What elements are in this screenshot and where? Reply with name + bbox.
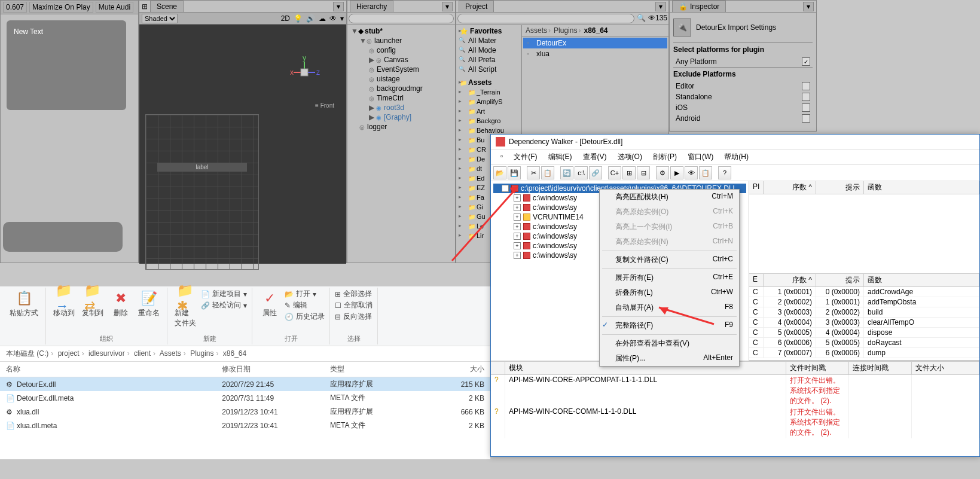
panel-menu-icon[interactable]: ▾ <box>333 2 344 11</box>
col-fn[interactable]: 函数 <box>864 274 979 286</box>
assets-header[interactable]: Assets <box>457 78 520 87</box>
orientation-gizmo[interactable]: yxz <box>286 54 322 90</box>
paste-dropdown[interactable]: 📋粘贴方式 <box>7 289 41 343</box>
light-icon[interactable]: 💡 <box>294 14 303 23</box>
selectnone-button[interactable]: ☐ 全部取消 <box>335 300 373 310</box>
dw-module-row[interactable]: ?API-MS-WIN-CORE-APPCOMPAT-L1-1-1.DLL打开文… <box>491 375 979 407</box>
col-hint[interactable]: 提示 <box>816 181 864 194</box>
context-menu-item[interactable]: 自动展开(A)F8 <box>600 300 739 315</box>
history-button[interactable]: 🕘 历史记录 <box>285 312 325 322</box>
any-platform-checkbox[interactable]: ✓ <box>802 57 810 66</box>
col-ord[interactable]: 序数 ^ <box>764 274 816 286</box>
properties-button[interactable]: ✓属性 <box>257 289 282 333</box>
tb-icon[interactable]: C+ <box>608 166 621 179</box>
tb-icon[interactable]: 👁 <box>685 166 698 179</box>
context-menu-item[interactable]: 展开所有(E)Ctrl+E <box>600 270 739 285</box>
dw-function-row[interactable]: C6 (0x0006)5 (0x0005)doRaycast <box>749 338 979 348</box>
context-menu-item[interactable]: 在外部查看器中查看(V) <box>600 336 739 351</box>
mode-2d-toggle[interactable]: 2D <box>281 14 290 23</box>
moveto-button[interactable]: 📁→移动到 <box>51 289 77 333</box>
rename-button[interactable]: 📝重命名 <box>136 289 162 333</box>
help-icon[interactable]: ? <box>718 166 731 179</box>
open-button[interactable]: 📂 打开 ▾ <box>285 289 325 299</box>
asset-folder-item[interactable]: Backgro <box>457 116 520 126</box>
project-file-item[interactable]: xlua <box>523 48 667 59</box>
explorer-address-bar[interactable]: 本地磁盘 (C:)› project› idlesurvivor› client… <box>0 346 490 362</box>
col-fn[interactable]: 函数 <box>864 181 979 194</box>
col-type[interactable]: 类型 <box>324 362 424 377</box>
fav-item[interactable]: All Script <box>457 65 520 74</box>
tb-icon[interactable]: 🔗 <box>589 166 602 179</box>
dw-function-row[interactable]: C7 (0x0007)6 (0x0006)dump <box>749 348 979 358</box>
panel-menu-icon[interactable]: ▾ <box>803 2 814 11</box>
copyto-button[interactable]: 📁⇄复制到 <box>80 289 106 333</box>
menu-edit[interactable]: 编辑(E) <box>544 151 577 163</box>
asset-folder-item[interactable]: _Terrain <box>457 87 520 97</box>
tb-icon[interactable]: 📋 <box>699 166 712 179</box>
explorer-file-row[interactable]: 📄DetourEx.dll.meta2020/7/31 11:49META 文件… <box>0 391 490 405</box>
hierarchy-item[interactable]: ▶Canvas <box>349 55 454 65</box>
dw-function-row[interactable]: C2 (0x0002)1 (0x0001)addTempObsta <box>749 297 979 307</box>
context-menu-item[interactable]: 高亮匹配模块(H)Ctrl+M <box>600 190 739 205</box>
col-filets[interactable]: 文件时间戳 <box>786 362 849 374</box>
hierarchy-item[interactable]: TimeCtrl <box>349 93 454 103</box>
panel-menu-icon[interactable]: ▾ <box>442 2 453 11</box>
asset-folder-item[interactable]: AmplifyS <box>457 97 520 106</box>
fav-item[interactable]: All Mode <box>457 45 520 55</box>
menu-profile[interactable]: 剖析(P) <box>648 151 682 163</box>
copy-icon[interactable]: 📋 <box>541 166 554 179</box>
tb-icon[interactable]: c:\ <box>575 166 588 179</box>
hierarchy-item[interactable]: uistage <box>349 74 454 84</box>
shading-dropdown[interactable]: Shaded <box>142 14 178 23</box>
eye-icon[interactable]: 👁 <box>329 14 337 23</box>
explorer-file-row[interactable]: 📄xlua.dll.meta2019/12/23 10:41META 文件2 K… <box>0 419 490 432</box>
explorer-file-row[interactable]: ⚙DetourEx.dll2020/7/29 21:45应用程序扩展215 KB <box>0 377 490 392</box>
audio-icon[interactable]: 🔊 <box>306 14 315 23</box>
gizmo-dropdown-icon[interactable]: ▾ <box>340 14 344 23</box>
hierarchy-item[interactable]: ▼launcher <box>349 36 454 45</box>
inspector-tab[interactable]: 🔒 Inspector <box>672 1 726 13</box>
context-menu-item[interactable]: 折叠所有(L)Ctrl+W <box>600 285 739 300</box>
menu-options[interactable]: 选项(O) <box>613 151 647 163</box>
tb-icon[interactable]: ⊞ <box>622 166 636 179</box>
newitem-button[interactable]: 📄 新建项目 ▾ <box>201 289 247 299</box>
filter-icon[interactable]: 🔍 <box>637 14 646 23</box>
project-file-item[interactable]: DetourEx <box>523 38 667 48</box>
col-size[interactable]: 文件大小 <box>912 362 979 374</box>
hierarchy-item[interactable]: config <box>349 45 454 55</box>
hierarchy-item[interactable]: EventSystem <box>349 65 454 74</box>
col-name[interactable]: 名称 <box>0 362 216 377</box>
project-breadcrumb[interactable]: Assets› Plugins› x86_64 <box>522 25 668 36</box>
standalone-checkbox[interactable] <box>802 93 810 101</box>
cut-icon[interactable]: ✂ <box>527 166 540 179</box>
context-menu-item[interactable]: 复制文件路径(C)Ctrl+C <box>600 252 739 267</box>
dw-function-row[interactable]: C5 (0x0005)4 (0x0004)dispose <box>749 328 979 338</box>
fav-item[interactable]: All Mater <box>457 36 520 45</box>
easyaccess-button[interactable]: 🔗 轻松访问 ▾ <box>201 300 247 310</box>
col-e[interactable]: E <box>749 274 764 286</box>
editor-checkbox[interactable] <box>802 82 810 90</box>
col-ord[interactable]: 序数 ^ <box>764 181 816 194</box>
hierarchy-item[interactable]: ▶root3d <box>349 103 454 112</box>
menu-window[interactable]: 窗口(W) <box>683 151 718 163</box>
hierarchy-item[interactable]: logger <box>349 122 454 132</box>
explorer-file-row[interactable]: ⚙xlua.dll2019/12/23 10:41应用程序扩展666 KB <box>0 405 490 419</box>
save-icon[interactable]: 💾 <box>508 166 521 179</box>
context-menu-item[interactable]: 属性(P)...Alt+Enter <box>600 351 739 366</box>
newfolder-button[interactable]: 📁✱新建 文件夹 <box>172 289 199 333</box>
delete-button[interactable]: ✖删除 <box>108 289 133 333</box>
scene-tab[interactable]: Scene <box>150 1 184 13</box>
tb-icon[interactable]: 🔄 <box>560 166 573 179</box>
col-size[interactable]: 大小 <box>424 362 490 377</box>
fx-icon[interactable]: ☁ <box>319 14 326 23</box>
dw-function-row[interactable]: C4 (0x0004)3 (0x0003)clearAllTempO <box>749 318 979 328</box>
project-search-input[interactable] <box>457 14 634 23</box>
asset-folder-item[interactable]: Art <box>457 106 520 116</box>
scene-root[interactable]: ▼◆ stub* <box>349 26 454 36</box>
hierarchy-tab[interactable]: Hierarchy <box>350 1 393 13</box>
ios-checkbox[interactable] <box>802 103 810 112</box>
android-checkbox[interactable] <box>802 114 810 123</box>
project-tab[interactable]: Project <box>459 1 494 13</box>
hierarchy-item[interactable]: ▶[Graphy] <box>349 112 454 122</box>
col-icon[interactable] <box>491 362 505 374</box>
